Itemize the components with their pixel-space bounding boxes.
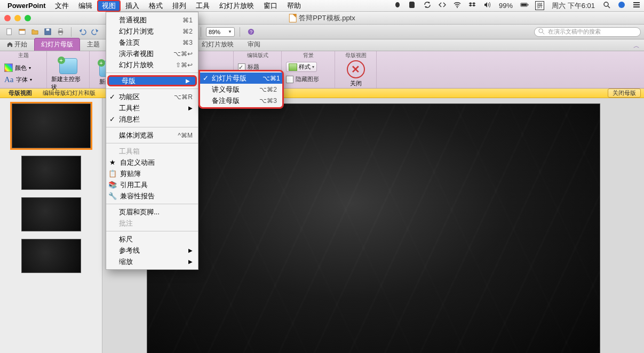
save-button[interactable] xyxy=(42,27,53,37)
wifi-icon[interactable] xyxy=(453,1,462,11)
ribbon-collapse-button[interactable]: ︿ xyxy=(629,42,644,51)
new-template-button[interactable] xyxy=(16,27,28,37)
menu-zoom[interactable]: 缩放▶ xyxy=(106,256,198,267)
sync-icon[interactable] xyxy=(423,1,432,11)
thumbnail-layout-1[interactable] xyxy=(21,156,81,190)
slide[interactable] xyxy=(147,103,600,353)
print-button[interactable] xyxy=(54,27,66,37)
theme-colors-button[interactable]: 颜色▾ xyxy=(4,63,32,72)
zoom-combo[interactable]: 89%▼ xyxy=(206,27,235,37)
undo-button[interactable] xyxy=(76,27,88,37)
menu-slideshow[interactable]: 幻灯片放映⇧⌘↩ xyxy=(106,59,198,70)
menu-message-bar[interactable]: 消息栏 xyxy=(106,114,198,125)
svg-line-32 xyxy=(542,32,544,34)
battery-text[interactable]: 99% xyxy=(498,2,514,10)
menu-file[interactable]: 文件 xyxy=(50,0,74,12)
search-placeholder: 在演示文稿中的搜索 xyxy=(548,28,601,36)
close-master-button[interactable]: ✕关闭 xyxy=(347,60,365,87)
menu-arrange[interactable]: 排列 xyxy=(168,0,191,12)
redo-button[interactable] xyxy=(89,27,101,37)
svg-rect-8 xyxy=(633,2,640,3)
clock[interactable]: 周六 下午6:01 xyxy=(551,1,596,11)
group-master-view-label: 母版视图 xyxy=(335,51,376,60)
dropbox-icon[interactable] xyxy=(468,1,476,11)
evernote-icon[interactable] xyxy=(408,1,417,11)
document-title: 答辩PPT模板.pptx xyxy=(289,13,355,23)
minimize-window-button[interactable] xyxy=(14,15,21,21)
open-button[interactable] xyxy=(29,27,41,37)
submenu-handout-master[interactable]: 讲义母版⌥⌘2 xyxy=(200,84,282,95)
group-theme-label: 主题 xyxy=(0,51,46,60)
menu-guides[interactable]: 参考线▶ xyxy=(106,245,198,256)
thumbnail-layout-3[interactable] xyxy=(21,239,81,273)
thumbnail-master[interactable] xyxy=(12,103,91,148)
new-file-button[interactable] xyxy=(3,27,15,37)
svg-rect-4 xyxy=(528,4,528,6)
document-title-text: 答辩PPT模板.pptx xyxy=(299,13,355,23)
menu-edit[interactable]: 编辑 xyxy=(74,0,97,12)
zoom-window-button[interactable] xyxy=(25,15,31,21)
menu-custom-animation[interactable]: ★自定义动画 xyxy=(106,157,198,168)
thumbnail-layout-2[interactable] xyxy=(21,197,81,231)
svg-rect-9 xyxy=(633,4,640,5)
menu-slideshow[interactable]: 幻灯片放映 xyxy=(214,0,259,12)
slide-thumbnails[interactable] xyxy=(0,98,102,353)
menu-normal-view[interactable]: 普通视图⌘1 xyxy=(106,14,198,26)
ribbon-tabs: 开始 幻灯片母版 主题 Art 过渡效果 动画 幻灯片放映 审阅 ︿ xyxy=(0,39,644,51)
spotlight-icon[interactable] xyxy=(602,1,611,11)
mac-menubar: PowerPoint 文件 编辑 视图 插入 格式 排列 工具 幻灯片放映 窗口… xyxy=(0,0,644,12)
submenu-slide-master[interactable]: 幻灯片母版⌥⌘1 xyxy=(200,73,282,84)
theme-fonts-button[interactable]: Aa字体▾ xyxy=(4,75,32,84)
view-menu: 普通视图⌘1 幻灯片浏览⌘2 备注页⌘3 演示者视图⌥⌘↩ 幻灯片放映⇧⌘↩ 母… xyxy=(106,12,198,270)
svg-point-7 xyxy=(618,2,625,8)
menu-tools[interactable]: 工具 xyxy=(191,0,214,12)
search-field[interactable]: 在演示文稿中的搜索 xyxy=(534,27,641,37)
menu-compatibility[interactable]: 🔧兼容性报告 xyxy=(106,190,198,202)
menu-master[interactable]: 母版▶ xyxy=(107,75,197,86)
traffic-lights xyxy=(0,15,31,21)
close-window-button[interactable] xyxy=(4,15,11,21)
tab-slide-master[interactable]: 幻灯片母版 xyxy=(34,38,80,51)
menu-window[interactable]: 窗口 xyxy=(259,0,282,12)
code-icon[interactable] xyxy=(438,1,447,11)
new-placeholder-button[interactable]: 新建主控形状 xyxy=(51,58,85,91)
battery-icon[interactable] xyxy=(520,1,529,11)
notification-icon[interactable] xyxy=(632,1,641,11)
menu-scrapbook[interactable]: 📋剪贴簿 xyxy=(106,168,198,179)
svg-line-6 xyxy=(608,6,610,8)
volume-icon[interactable] xyxy=(483,1,491,11)
menu-ribbon-toggle[interactable]: 功能区⌥⌘R xyxy=(106,91,198,102)
tab-review[interactable]: 审阅 xyxy=(241,38,267,51)
tab-slideshow[interactable]: 幻灯片放映 xyxy=(195,38,241,51)
menu-ruler[interactable]: 标尺 xyxy=(106,234,198,245)
books-icon: 📚 xyxy=(108,181,117,189)
menu-header-footer[interactable]: 页眉和页脚... xyxy=(106,206,198,218)
svg-rect-13 xyxy=(19,29,25,31)
menu-toolbars[interactable]: 工具栏▶ xyxy=(106,102,198,114)
svg-rect-10 xyxy=(633,6,640,7)
svg-text:?: ? xyxy=(249,29,252,35)
qq-icon[interactable] xyxy=(393,1,402,11)
svg-rect-17 xyxy=(59,29,62,31)
menu-slide-sorter[interactable]: 幻灯片浏览⌘2 xyxy=(106,26,198,37)
menu-view[interactable]: 视图 xyxy=(97,0,121,12)
help-button[interactable]: ? xyxy=(245,27,257,37)
ime-indicator[interactable]: 拼 xyxy=(535,1,544,10)
menu-insert[interactable]: 插入 xyxy=(121,0,144,12)
menu-reference-tools[interactable]: 📚引用工具 xyxy=(106,179,198,190)
tab-home[interactable]: 开始 xyxy=(0,38,34,51)
ribbon: 主题 颜色▾ Aa字体▾ 新建主控形状 新的版 编辑版式 ✓标题 背景 样式▾ … xyxy=(0,51,644,89)
hide-graphics-checkbox[interactable]: 隐藏图形 xyxy=(286,75,319,83)
app-name[interactable]: PowerPoint xyxy=(3,2,50,10)
siri-icon[interactable] xyxy=(617,1,626,11)
tab-themes[interactable]: 主题 xyxy=(80,38,107,51)
menu-notes-page[interactable]: 备注页⌘3 xyxy=(106,37,198,48)
background-styles-button[interactable]: 样式▾ xyxy=(286,62,317,72)
close-master-bar-button[interactable]: 关闭母版 xyxy=(608,89,641,98)
menu-format[interactable]: 格式 xyxy=(144,0,168,12)
menu-presenter-view[interactable]: 演示者视图⌥⌘↩ xyxy=(106,48,198,59)
submenu-notes-master[interactable]: 备注母版⌥⌘3 xyxy=(200,95,282,106)
document-icon xyxy=(289,14,296,22)
menu-media-browser[interactable]: 媒体浏览器^⌘M xyxy=(106,130,198,141)
menu-help[interactable]: 帮助 xyxy=(282,0,306,12)
